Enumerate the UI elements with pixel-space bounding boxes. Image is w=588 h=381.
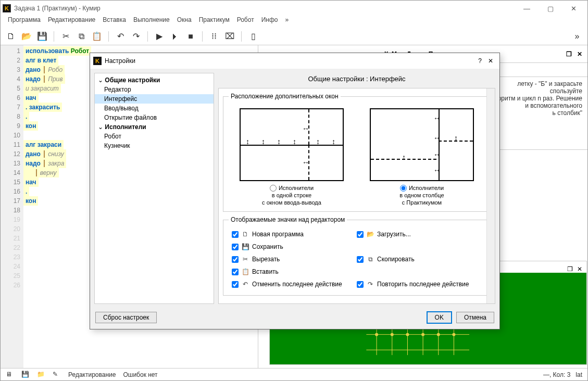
group-toolbar-icons: Отображаемые значки над редактором 🗋Нова… (223, 216, 491, 296)
cancel-button[interactable]: Отмена (456, 312, 494, 323)
settings-sidebar: Общие настройки Редактор Интерфейс Ввод/… (94, 73, 214, 304)
menu-edit[interactable]: Редактирование (48, 16, 95, 28)
close-button[interactable]: ✕ (562, 1, 585, 16)
tool-c-icon[interactable]: ▯ (247, 30, 259, 43)
cut-icon: ✂ (242, 256, 249, 263)
new-file-icon: 🗋 (242, 231, 249, 238)
tree-item-io[interactable]: Ввод/вывод (95, 104, 214, 113)
status-icon-3[interactable]: 📁 (37, 371, 45, 379)
dialog-close-button[interactable]: ✕ (488, 57, 493, 65)
toolbar-more-icon[interactable]: » (571, 30, 583, 43)
statusbar: 🖥 💾 📁 ✎ Редактирование Ошибок нет —, Кол… (1, 368, 587, 380)
robot-detach-icon[interactable]: ❐ (567, 265, 573, 273)
ok-button[interactable]: OK (427, 311, 452, 324)
menu-windows[interactable]: Окна (177, 16, 192, 28)
settings-main: Общие настройки : Интерфейс Расположение… (218, 73, 495, 304)
dialog-app-icon: K (93, 57, 102, 65)
window-title: Задача 1 (Практикум) - Кумир (14, 5, 101, 12)
redo-icon: ↷ (367, 281, 374, 288)
svg-point-9 (391, 333, 394, 336)
new-file-icon[interactable]: 🗋 (5, 30, 17, 43)
tree-item-robot[interactable]: Робот (95, 132, 214, 141)
cb-new-program[interactable] (232, 231, 239, 238)
menu-robot[interactable]: Робот (237, 16, 254, 28)
svg-point-11 (421, 333, 424, 336)
menu-practicum[interactable]: Практикум (199, 16, 230, 28)
robot-close-icon[interactable]: ✕ (577, 265, 582, 273)
minimize-button[interactable]: — (515, 1, 539, 16)
layout-option-row[interactable]: ↕ ↕ ↕ ↕ ↕ ↕ ↔ ↔ Исполните (240, 105, 344, 206)
tool-b-icon[interactable]: ⌧ (223, 30, 236, 43)
stop-icon[interactable]: ■ (184, 30, 197, 43)
menu-info[interactable]: Инфо (261, 16, 278, 28)
app-icon: K (3, 4, 11, 12)
dialog-footer: Сброс настроек OK Отмена (90, 308, 499, 327)
save-file-icon[interactable]: 💾 (36, 30, 48, 43)
group-window-layout-label: Расположение дополнительных окон (229, 93, 341, 100)
dialog-titlebar: K Настройки ? ✕ (90, 53, 499, 69)
cb-save[interactable] (232, 244, 239, 250)
main-titlebar: K Задача 1 (Практикум) - Кумир — ▢ ✕ (1, 1, 587, 16)
cb-redo[interactable] (357, 281, 364, 288)
cb-undo[interactable] (232, 281, 239, 288)
paste-icon: 📋 (242, 268, 249, 275)
redo-icon[interactable]: ↷ (130, 30, 142, 43)
settings-scrollbar[interactable] (486, 88, 495, 303)
status-icon-4[interactable]: ✎ (53, 371, 61, 379)
tree-item-interface[interactable]: Интерфейс (95, 94, 214, 104)
undo-icon: ↶ (242, 281, 249, 288)
status-icon-2[interactable]: 💾 (21, 371, 30, 379)
tree-cat-performers[interactable]: Исполнители (95, 122, 214, 132)
menubar: Программа Редактирование Вставка Выполне… (1, 16, 587, 28)
tree-item-editor[interactable]: Редактор (95, 85, 214, 94)
status-layout[interactable]: lat (576, 371, 582, 378)
group-window-layout: Расположение дополнительных окон ↕ ↕ ↕ ↕ (223, 93, 491, 212)
reset-button[interactable]: Сброс настроек (95, 312, 157, 323)
tool-a-icon[interactable]: ⁞⁞ (208, 30, 220, 43)
svg-point-12 (437, 333, 440, 336)
menu-run[interactable]: Выполнение (133, 16, 170, 28)
step-icon[interactable]: ⏵ (169, 30, 181, 43)
close-panel-icon[interactable]: ✕ (577, 50, 582, 58)
group-toolbar-icons-label: Отображаемые значки над редактором (229, 216, 347, 223)
cb-cut[interactable] (232, 256, 239, 263)
maximize-button[interactable]: ▢ (539, 1, 562, 16)
gutter: 1234567891011121314151617181920212223242… (1, 45, 23, 368)
layout-radio-row[interactable] (270, 185, 277, 192)
cb-paste[interactable] (232, 269, 239, 275)
settings-page-title: Общие настройки : Интерфейс (218, 73, 495, 88)
settings-dialog: K Настройки ? ✕ Общие настройки Редактор… (90, 53, 500, 329)
open-file-icon[interactable]: 📂 (20, 30, 33, 43)
run-icon[interactable]: ▶ (153, 30, 166, 43)
paste-icon[interactable]: 📋 (91, 30, 103, 43)
tree-item-files[interactable]: Открытие файлов (95, 113, 214, 122)
layout-diagram-row: ↕ ↕ ↕ ↕ ↕ ↕ ↔ ↔ (240, 108, 344, 181)
menu-program[interactable]: Программа (8, 16, 41, 28)
layout-radio-column[interactable] (400, 185, 407, 192)
menu-more[interactable]: » (285, 16, 289, 28)
undo-icon[interactable]: ↶ (114, 30, 127, 43)
cb-copy[interactable] (357, 256, 364, 263)
svg-point-8 (375, 333, 378, 336)
cb-load[interactable] (357, 231, 364, 238)
copy-icon[interactable]: ⧉ (75, 30, 87, 43)
layout-option-column[interactable]: ↔ ↔ ↔ ↔ ↕ ↕ Исполнители в од (370, 105, 474, 206)
cut-icon[interactable]: ✂ (59, 30, 72, 43)
status-errors: Ошибок нет (123, 371, 157, 378)
folder-open-icon: 📂 (367, 231, 374, 238)
detach-icon[interactable]: ❐ (566, 50, 572, 58)
menu-insert[interactable]: Вставка (103, 16, 126, 28)
dialog-help-button[interactable]: ? (478, 57, 482, 65)
tree-item-grasshopper[interactable]: Кузнечик (95, 141, 214, 150)
dialog-title: Настройки (105, 57, 135, 65)
svg-point-13 (452, 333, 455, 336)
svg-point-10 (406, 333, 409, 336)
status-position: —, Кол: 3 (543, 371, 570, 378)
status-mode: Редактирование (68, 371, 116, 378)
toolbar: 🗋 📂 💾 ✂ ⧉ 📋 ↶ ↷ ▶ ⏵ ■ ⁞⁞ ⌧ ▯ » (1, 28, 587, 45)
status-icon-1[interactable]: 🖥 (6, 371, 14, 379)
layout-diagram-column: ↔ ↔ ↔ ↔ ↕ ↕ (370, 108, 474, 181)
save-icon: 💾 (242, 243, 249, 250)
copy-icon: ⧉ (367, 256, 374, 263)
tree-cat-general[interactable]: Общие настройки (95, 75, 214, 85)
